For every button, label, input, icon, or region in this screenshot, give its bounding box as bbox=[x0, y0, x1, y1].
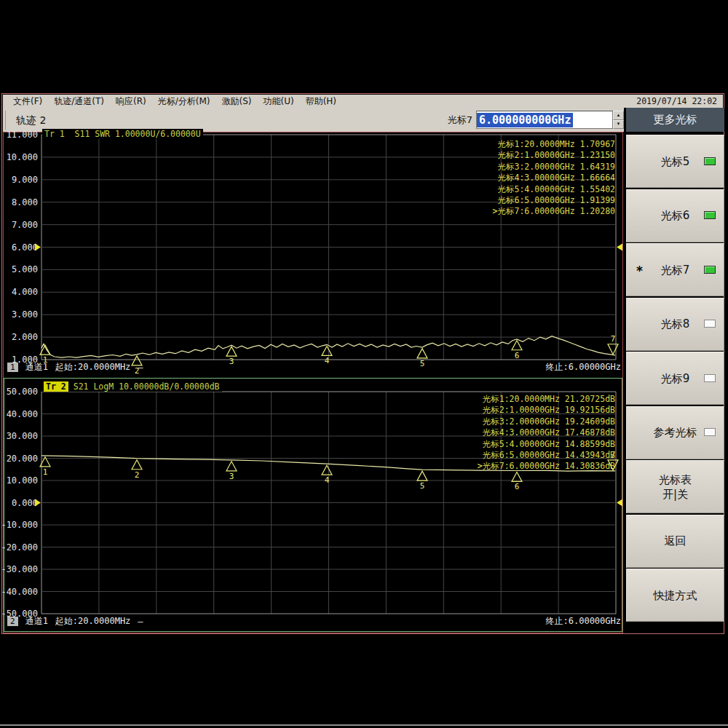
marker-readout-row: 光标4:3.00000GHz 17.46878dB bbox=[364, 427, 615, 438]
chart2-title-text: S21 LogM 10.00000dB/0.00000dB bbox=[74, 381, 220, 392]
marker-readout-text: 光标2:1.00000GHz 19.92156dB bbox=[483, 405, 615, 416]
marker-readout-text: 光标2:1.00000GHz 1.23150 bbox=[498, 150, 615, 161]
y-axis-label: 10.000 bbox=[0, 475, 38, 486]
marker-readout-text: 光标1:20.0000MHz 21.20725dB bbox=[483, 394, 615, 405]
y-axis-label: -40.000 bbox=[0, 587, 38, 597]
chart1-marker-readout: 光标1:20.0000MHz 1.70967光标2:1.00000GHz 1.2… bbox=[364, 139, 615, 218]
marker-led-indicator-on-icon bbox=[704, 211, 716, 219]
marker-led-indicator-on-icon bbox=[704, 266, 716, 274]
menu-item-5[interactable]: 激励(S) bbox=[220, 95, 253, 108]
menu-item-6[interactable]: 功能(U) bbox=[261, 95, 295, 108]
sidebar-button-label: 快捷方式 bbox=[654, 588, 697, 603]
active-marker-arrow-icon bbox=[488, 173, 498, 183]
sidebar-button-label: 返回 bbox=[665, 534, 687, 548]
sidebar-button-6[interactable]: 参考光标 bbox=[626, 406, 724, 459]
screen-bottom-edge bbox=[0, 724, 728, 726]
sidebar-button-sublabel: 开|关 bbox=[662, 487, 688, 502]
marker-readout-row: 光标1:20.0000MHz 21.20725dB bbox=[364, 394, 615, 405]
y-axis-label: 50.000 bbox=[0, 387, 38, 397]
menu-item-7[interactable]: 帮助(H) bbox=[304, 95, 338, 108]
active-marker-arrow-icon bbox=[473, 394, 483, 405]
active-marker-arrow-icon bbox=[473, 450, 483, 461]
marker-readout-text: 光标7:6.00000GHz 14.30836dB bbox=[483, 461, 615, 472]
marker-readout-row: 光标5:4.00000GHz 1.55402 bbox=[364, 184, 615, 195]
y-axis-label: 8.000 bbox=[0, 197, 38, 207]
sidebar-button-8[interactable]: 返回 bbox=[626, 515, 724, 568]
spin-down-button[interactable]: ▼ bbox=[613, 120, 624, 130]
marker-readout-text: 光标4:3.00000GHz 1.66664 bbox=[498, 173, 615, 183]
active-marker-arrow-icon bbox=[488, 150, 498, 161]
marker-led-indicator-off-icon bbox=[704, 374, 716, 382]
menu-item-4[interactable]: 光标/分析(M) bbox=[157, 95, 212, 108]
y-axis-label: -10.000 bbox=[0, 520, 38, 530]
menu-item-3[interactable]: 响应(R) bbox=[114, 95, 148, 108]
y-axis-label: 40.000 bbox=[0, 409, 38, 419]
menu-item-1[interactable]: 文件(F) bbox=[12, 95, 44, 108]
sidebar-button-2[interactable]: 光标6 bbox=[626, 189, 724, 242]
y-axis-label: 11.000 bbox=[0, 130, 38, 140]
marker-readout-row: 光标6:5.00000GHz 14.43943dB bbox=[364, 450, 615, 461]
sidebar-button-label: 光标5 bbox=[661, 154, 690, 169]
chart2-trace-style-dash: — bbox=[138, 617, 143, 627]
frequency-spinner: ▲ ▼ bbox=[613, 111, 624, 129]
svg-text:5: 5 bbox=[420, 481, 425, 491]
chart1-title: Tr 1 S11 SWR 1.00000U/6.00000U bbox=[42, 129, 203, 139]
chart1-stop-freq: 终止:6.00000GHz bbox=[546, 361, 621, 373]
sidebar-header: 更多光标 bbox=[626, 108, 724, 132]
sidebar-button-label: 光标6 bbox=[661, 208, 690, 223]
marker-led-indicator-on-icon bbox=[704, 157, 716, 165]
chart2-start-freq: 起始:20.0000MHz bbox=[55, 615, 130, 628]
chart1-trace-style-dash: — bbox=[138, 363, 143, 373]
marker-led-indicator-off-icon bbox=[704, 428, 716, 436]
active-marker-arrow-icon bbox=[473, 427, 483, 438]
marker-readout-row: 光标4:3.00000GHz 1.66664 bbox=[364, 173, 615, 183]
marker-readout-row: 光标2:1.00000GHz 19.92156dB bbox=[364, 405, 615, 416]
sidebar-button-label: 光标表 bbox=[659, 472, 692, 487]
y-axis-label: 30.000 bbox=[0, 431, 38, 441]
sidebar-button-7[interactable]: 光标表开|关 bbox=[626, 460, 724, 513]
marker-readout-row: 光标6:5.00000GHz 1.91399 bbox=[364, 195, 615, 206]
y-axis-label: 3.000 bbox=[0, 309, 38, 320]
menu-bar-items: 文件(F)轨迹/通道(T)响应(R)光标/分析(M)激励(S)功能(U)帮助(H… bbox=[3, 95, 338, 108]
marker-readout-text: 光标7:6.00000GHz 1.20280 bbox=[498, 206, 615, 217]
sidebar-button-1[interactable]: 光标5 bbox=[626, 135, 724, 188]
marker-readout-text: 光标6:5.00000GHz 14.43943dB bbox=[483, 450, 615, 461]
svg-text:4: 4 bbox=[325, 475, 330, 485]
active-marker-star: * bbox=[636, 264, 643, 278]
chart2-status-bar: 2 通道1 起始:20.0000MHz — 终止:6.00000GHz bbox=[7, 615, 621, 628]
spin-up-button[interactable]: ▲ bbox=[613, 111, 624, 120]
chart1-status-bar: 1 通道1 起始:20.0000MHz — 终止:6.00000GHz bbox=[7, 361, 621, 373]
menu-bar: 文件(F)轨迹/通道(T)响应(R)光标/分析(M)激励(S)功能(U)帮助(H… bbox=[3, 95, 723, 108]
sidebar-button-label: 光标8 bbox=[661, 317, 690, 331]
datetime: 2019/07/14 22:02 bbox=[636, 96, 723, 106]
sidebar-button-9[interactable]: 快捷方式 bbox=[626, 569, 724, 622]
sidebar-button-5[interactable]: 光标9 bbox=[626, 352, 724, 405]
menu-item-2[interactable]: 轨迹/通道(T) bbox=[52, 95, 106, 108]
svg-text:6: 6 bbox=[515, 351, 520, 360]
svg-text:6: 6 bbox=[515, 482, 520, 491]
marker-readout-text: 光标5:4.00000GHz 14.88599dB bbox=[483, 439, 615, 450]
sidebar-button-4[interactable]: 光标8 bbox=[626, 298, 724, 351]
active-marker-arrow-icon bbox=[473, 405, 483, 416]
svg-text:2: 2 bbox=[135, 470, 140, 480]
y-axis-label: 7.000 bbox=[0, 220, 38, 230]
marker-frequency-input[interactable]: 6.000000000GHz bbox=[476, 111, 613, 129]
marker-readout-row: 光标5:4.00000GHz 14.88599dB bbox=[364, 439, 615, 450]
chart2-stop-freq: 终止:6.00000GHz bbox=[546, 615, 621, 628]
y-axis-label: 20.000 bbox=[0, 454, 38, 464]
active-marker-arrow-icon bbox=[488, 139, 498, 150]
marker-led-indicator-off-icon bbox=[704, 320, 716, 328]
chart2-title: Tr 2 S21 LogM 10.00000dB/0.00000dB bbox=[41, 381, 222, 392]
active-trace-label: 轨迹 2 bbox=[5, 111, 46, 130]
y-axis-label: 6.000 bbox=[0, 242, 38, 253]
chart2-channel-badge: 2 bbox=[7, 617, 18, 626]
y-axis-label: 0.000 bbox=[0, 498, 38, 508]
chart2-marker-readout: 光标1:20.0000MHz 21.20725dB光标2:1.00000GHz … bbox=[364, 394, 615, 472]
svg-text:7: 7 bbox=[611, 334, 616, 344]
marker-readout-row: >光标7:6.00000GHz 14.30836dB bbox=[364, 461, 615, 472]
active-marker-arrow-icon bbox=[488, 162, 498, 173]
sidebar-button-3[interactable]: *光标7 bbox=[626, 243, 724, 296]
active-marker-arrow-icon bbox=[473, 416, 483, 427]
marker-readout-row: 光标2:1.00000GHz 1.23150 bbox=[364, 150, 615, 161]
marker-symbol-6: 6 bbox=[512, 341, 522, 360]
